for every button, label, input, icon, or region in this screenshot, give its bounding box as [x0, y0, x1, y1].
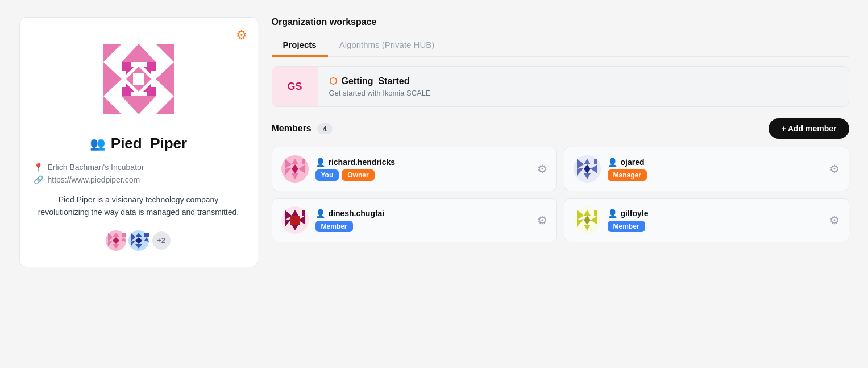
org-description: Pied Piper is a visionary technology com… [34, 193, 244, 219]
project-row[interactable]: GS ⬡ Getting_Started Get started with Ik… [272, 66, 849, 107]
member-username-gilfoyle: gilfoyle [621, 209, 649, 218]
badges-dinesh: Member [315, 221, 530, 232]
member-card-richard: 👤 richard.hendricks You Owner ⚙ [272, 147, 557, 191]
org-website[interactable]: 🔗 https://www.piedpiper.com [34, 175, 244, 184]
member-info-dinesh: 👤 dinesh.chugtai Member [315, 209, 530, 232]
badge-you-richard: You [315, 169, 339, 181]
svg-rect-18 [133, 73, 144, 85]
right-panel: Organization workspace Projects Algorith… [272, 17, 849, 267]
member-card-gilfoyle: 👤 gilfoyle Member ⚙ [564, 198, 849, 242]
badge-owner-richard: Owner [342, 169, 374, 181]
svg-marker-62 [594, 210, 597, 216]
svg-rect-16 [122, 71, 126, 87]
workspace-section: Organization workspace Projects Algorith… [272, 17, 849, 107]
member-info-richard: 👤 richard.hendricks You Owner [315, 158, 530, 181]
add-member-button[interactable]: + Add member [769, 118, 849, 139]
hex-icon: ⬡ [329, 76, 337, 86]
badge-manager-ojared: Manager [608, 169, 647, 181]
member-avatars: +2 [106, 230, 172, 251]
member-avatar-ojared [574, 155, 601, 183]
member-gear-gilfoyle[interactable]: ⚙ [829, 213, 840, 227]
location-icon: 📍 [34, 163, 43, 172]
svg-marker-54 [302, 210, 305, 216]
member-card-ojared: 👤 ojared Manager ⚙ [564, 147, 849, 191]
badge-member-dinesh: Member [315, 221, 353, 232]
svg-marker-30 [144, 233, 149, 237]
tab-projects[interactable]: Projects [272, 34, 328, 57]
org-card: ⚙ [19, 17, 258, 267]
tabs: Projects Algorithms (Private HUB) [272, 34, 849, 57]
extra-members-badge: +2 [151, 230, 172, 251]
org-settings-gear-icon[interactable]: ⚙ [236, 28, 247, 43]
member-avatar-2 [128, 230, 149, 251]
members-count: 4 [317, 123, 333, 134]
member-avatar-richard [281, 155, 309, 183]
members-header: Members 4 + Add member [272, 118, 849, 139]
member-gear-ojared[interactable]: ⚙ [829, 162, 840, 176]
svg-rect-15 [131, 92, 147, 96]
member-username-row-gilfoyle: 👤 gilfoyle [608, 209, 823, 218]
page-container: ⚙ [19, 17, 849, 267]
svg-marker-22 [122, 233, 126, 237]
org-logo [93, 34, 184, 125]
project-abbr: GS [272, 67, 318, 106]
member-username-row-ojared: 👤 ojared [608, 158, 823, 167]
member-gear-richard[interactable]: ⚙ [537, 162, 547, 176]
project-description: Get started with Ikomia SCALE [329, 89, 837, 97]
org-name-row: 👥 Pied_Piper [90, 135, 187, 152]
badges-gilfoyle: Member [608, 221, 823, 232]
svg-rect-14 [131, 62, 147, 67]
svg-marker-38 [302, 159, 305, 164]
org-name: Pied_Piper [111, 135, 187, 152]
badge-member-gilfoyle: Member [608, 221, 645, 232]
member-username-richard: richard.hendricks [329, 158, 396, 167]
project-info: ⬡ Getting_Started Get started with Ikomi… [318, 68, 849, 105]
tab-algorithms[interactable]: Algorithms (Private HUB) [328, 34, 446, 57]
member-username-ojared: ojared [621, 158, 645, 167]
user-icon-gilfoyle: 👤 [608, 209, 617, 218]
org-location: 📍 Erlich Bachman's Incubator [34, 163, 244, 172]
user-icon-ojared: 👤 [608, 158, 617, 167]
member-username-dinesh: dinesh.chugtai [329, 209, 385, 218]
svg-rect-17 [151, 71, 156, 87]
link-icon: 🔗 [34, 175, 43, 184]
member-username-row-dinesh: 👤 dinesh.chugtai [315, 209, 530, 218]
people-icon: 👥 [90, 137, 105, 151]
svg-rect-58 [290, 216, 300, 225]
member-avatar-1 [106, 230, 126, 251]
project-name: ⬡ Getting_Started [329, 76, 837, 86]
members-grid: 👤 richard.hendricks You Owner ⚙ [272, 147, 849, 242]
member-info-ojared: 👤 ojared Manager [608, 158, 823, 181]
member-info-gilfoyle: 👤 gilfoyle Member [608, 209, 823, 232]
badges-ojared: Manager [608, 169, 823, 181]
members-section: Members 4 + Add member [272, 118, 849, 242]
user-icon-dinesh: 👤 [315, 209, 325, 218]
org-meta: 📍 Erlich Bachman's Incubator 🔗 https://w… [34, 163, 244, 184]
member-avatar-gilfoyle [574, 206, 601, 234]
member-gear-dinesh[interactable]: ⚙ [537, 213, 547, 227]
member-avatar-dinesh [281, 206, 309, 234]
svg-marker-46 [594, 159, 597, 164]
badges-richard: You Owner [315, 169, 530, 181]
workspace-title: Organization workspace [272, 17, 849, 27]
user-icon-richard: 👤 [315, 158, 325, 167]
members-title: Members 4 [272, 123, 333, 134]
member-card-dinesh: 👤 dinesh.chugtai Member ⚙ [272, 198, 557, 242]
member-username-row-richard: 👤 richard.hendricks [315, 158, 530, 167]
